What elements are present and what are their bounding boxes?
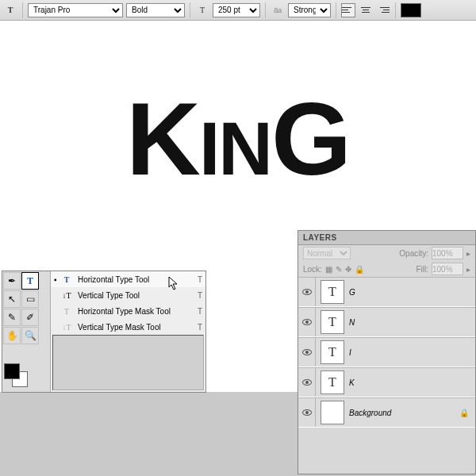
pen-tool-button[interactable]: ✒ [3,272,21,290]
shape-tool-button[interactable]: ▭ [21,290,39,308]
glyph-g: G [271,81,350,197]
zoom-tool-button[interactable]: 🔍 [21,327,39,344]
glyph-in: IN [199,106,271,190]
opacity-label: Opacity: [399,249,428,258]
flyout-horizontal-type-mask[interactable]: T Horizontal Type Mask Tool T [51,303,205,319]
vertical-type-icon: ↓T [60,291,73,300]
lock-icon: 🔒 [459,409,469,417]
canvas-type-layer[interactable]: KING [40,79,436,199]
text-color-swatch[interactable] [401,3,421,17]
flyout-item-label: Horizontal Type Mask Tool [78,307,171,316]
type-options-toolbar: T Trajan Pro Bold T 250 pt aa Strong [0,0,476,21]
flyout-item-key: T [198,307,202,316]
visibility-toggle[interactable] [298,368,316,397]
fill-input[interactable] [432,263,463,275]
flyout-item-key: T [198,275,202,284]
layers-panel: LAYERS Normal Opacity: ▸ Lock: ▦ ✎ ✥ 🔒 F… [298,230,476,474]
eye-icon [302,379,312,386]
path-select-tool-button[interactable]: ↖ [3,290,21,308]
glyph-k: K [126,81,199,197]
flyout-item-label: Horizontal Type Tool [78,275,149,284]
layer-name[interactable]: Background [349,409,391,417]
separator [336,2,336,18]
align-left-button[interactable] [341,3,355,17]
layer-row-background[interactable]: Background 🔒 [298,397,475,428]
eyedropper-tool-button[interactable]: ✐ [21,309,39,326]
blend-mode-select[interactable]: Normal [303,247,351,259]
flyout-horizontal-type[interactable]: ▪ T Horizontal Type Tool T [51,271,205,287]
blend-opacity-row: Normal Opacity: ▸ [298,245,475,261]
text-layer-thumb-icon: T [321,370,344,394]
layer-row[interactable]: T G [298,277,475,307]
layer-thumb [321,401,344,424]
lock-pixels-icon[interactable]: ✎ [336,265,342,274]
opacity-flyout-icon[interactable]: ▸ [466,249,470,258]
hand-tool-button[interactable]: ✋ [3,327,21,344]
text-layer-thumb-icon: T [321,310,344,334]
foreground-background-swatch[interactable] [4,363,20,395]
fill-label: Fill: [416,265,428,274]
eye-icon [302,409,312,416]
font-size-icon: T [195,3,209,17]
lock-position-icon[interactable]: ✥ [345,265,351,274]
antialias-icon: aa [271,3,285,17]
layer-name[interactable]: N [349,318,355,327]
horizontal-type-icon: T [60,275,73,284]
lock-fill-row: Lock: ▦ ✎ ✥ 🔒 Fill: ▸ [298,261,475,277]
notes-tool-button[interactable]: ✎ [3,309,21,326]
eye-icon [302,349,312,355]
layers-tab[interactable]: LAYERS [298,231,475,245]
type-tool-button[interactable]: T [21,272,39,290]
align-right-button[interactable] [376,3,390,17]
horizontal-type-mask-icon: T [60,307,73,316]
lock-transparency-icon[interactable]: ▦ [325,265,332,274]
layer-name[interactable]: G [349,288,355,297]
type-tool-indicator-icon: T [3,3,17,17]
layer-name[interactable]: I [349,348,351,357]
antialias-select[interactable]: Strong [288,3,331,17]
flyout-vertical-type[interactable]: ↓T Vertical Type Tool T [51,287,205,303]
flyout-item-key: T [198,323,202,332]
visibility-toggle[interactable] [298,398,316,427]
type-tool-flyout: ▪ T Horizontal Type Tool T ↓T Vertical T… [50,271,205,392]
fill-flyout-icon[interactable]: ▸ [466,265,470,274]
layer-row[interactable]: T N [298,307,475,337]
layers-list: T G T N T I T K Background 🔒 [298,277,475,428]
layer-row[interactable]: T I [298,337,475,367]
flyout-item-label: Vertical Type Tool [78,291,140,300]
lock-all-icon[interactable]: 🔒 [355,265,364,274]
font-size-select[interactable]: 250 pt [213,3,260,17]
eye-icon [302,319,312,325]
layer-row[interactable]: T K [298,367,475,397]
vertical-type-mask-icon: ↓T [60,323,73,332]
font-family-select[interactable]: Trajan Pro [28,3,123,17]
opacity-input[interactable] [432,247,463,259]
visibility-toggle[interactable] [298,308,316,336]
flyout-item-key: T [198,291,202,300]
layer-name[interactable]: K [349,378,355,387]
separator [190,2,190,18]
separator [22,2,23,18]
tools-column: ✒ T ↖ ▭ ✎ ✐ ✋ 🔍 [2,271,39,392]
text-layer-thumb-icon: T [321,340,344,364]
flyout-empty-area [52,335,204,390]
separator [265,2,266,18]
font-weight-select[interactable]: Bold [126,3,185,17]
separator [395,2,396,18]
text-layer-thumb-icon: T [321,280,344,304]
visibility-toggle[interactable] [298,338,316,367]
lock-label: Lock: [303,265,322,274]
flyout-vertical-type-mask[interactable]: ↓T Vertical Type Mask Tool T [51,319,205,335]
eye-icon [302,289,312,295]
visibility-toggle[interactable] [298,278,316,306]
flyout-item-label: Vertical Type Mask Tool [78,323,161,332]
align-center-button[interactable] [359,3,373,17]
tools-panel: ✒ T ↖ ▭ ✎ ✐ ✋ 🔍 ▪ T Horizontal Type Tool… [2,271,206,393]
